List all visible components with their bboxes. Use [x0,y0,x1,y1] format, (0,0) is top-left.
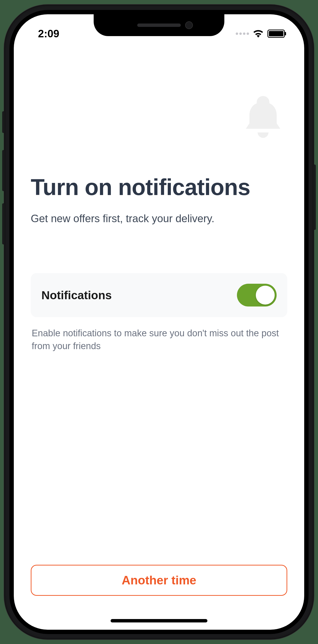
status-icons [236,29,285,38]
speaker-grille [137,24,181,27]
cellular-signal-icon [236,32,249,35]
page-subheading: Get new offers first, track your deliver… [31,212,287,224]
notifications-toggle-row: Notifications [31,273,287,317]
battery-icon [268,30,285,38]
wifi-icon [253,29,264,38]
notifications-toggle[interactable] [237,284,277,306]
toggle-help-text: Enable notifications to make sure you do… [31,327,287,352]
mute-switch [2,111,4,133]
home-indicator[interactable] [111,619,207,622]
screen: 2:09 [14,14,304,630]
content-area: Turn on notifications Get new offers fir… [14,48,304,630]
phone-bezel: 2:09 [9,10,309,634]
another-time-label: Another time [122,573,196,587]
front-camera [185,21,193,29]
volume-down-button [2,203,4,244]
phone-frame: 2:09 [4,4,314,640]
toggle-label: Notifications [41,288,112,302]
page-heading: Turn on notifications [31,174,287,200]
volume-up-button [2,150,4,191]
status-time: 2:09 [38,28,59,40]
toggle-knob [256,286,275,304]
bell-background-icon [241,92,285,141]
notch [94,14,224,36]
another-time-button[interactable]: Another time [31,565,287,596]
power-button [314,164,316,230]
spacer [31,352,287,565]
